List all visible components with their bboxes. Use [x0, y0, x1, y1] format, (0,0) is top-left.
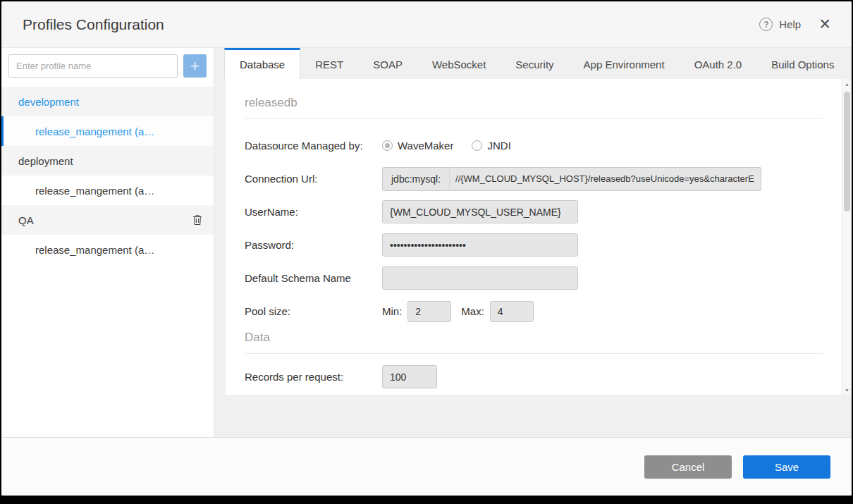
- section-title-releasedb: releasedb: [245, 79, 823, 119]
- scroll-up-button[interactable]: ▲: [842, 79, 852, 89]
- profiles-sidebar: + developmentrelease_mangement (a…deploy…: [1, 48, 214, 437]
- password-input[interactable]: [382, 233, 578, 257]
- radio-jndi[interactable]: JNDI: [472, 140, 510, 152]
- scroll-thumb[interactable]: [844, 92, 850, 211]
- add-profile-button[interactable]: +: [183, 54, 207, 78]
- password-label: Password:: [245, 239, 382, 251]
- profile-item-label: QA: [18, 214, 34, 226]
- connection-url-input[interactable]: [450, 167, 761, 191]
- pool-min-input[interactable]: [407, 301, 451, 322]
- cancel-button[interactable]: Cancel: [644, 455, 732, 479]
- profile-item-development[interactable]: development: [1, 87, 214, 116]
- pool-size-controls: Min: Max:: [382, 301, 534, 322]
- tab-security[interactable]: Security: [501, 48, 568, 79]
- profile-item-label: development: [18, 96, 79, 108]
- scroll-down-button[interactable]: ▼: [842, 385, 852, 395]
- pool-max-input[interactable]: [490, 301, 534, 322]
- radio-icon-wavemaker: [382, 140, 393, 151]
- main-content: DatabaseRESTSOAPWebSocketSecurityApp Env…: [214, 48, 852, 437]
- connection-url-row: Connection Url: jdbc:mysql:: [245, 162, 823, 195]
- schema-row: Default Schema Name: [245, 262, 823, 295]
- pool-min-label: Min:: [382, 305, 402, 317]
- profile-search-row: +: [1, 48, 214, 87]
- trash-icon[interactable]: [192, 214, 202, 226]
- connection-url-label: Connection Url:: [245, 173, 382, 185]
- records-per-request-input[interactable]: [382, 365, 437, 388]
- profile-item-release-mangement-a[interactable]: release_mangement (a…: [1, 176, 214, 205]
- profiles-configuration-dialog: Profiles Configuration ? Help × + develo…: [1, 1, 852, 496]
- tab-app-environment[interactable]: App Environment: [569, 48, 680, 79]
- help-button[interactable]: ? Help: [759, 18, 801, 31]
- username-row: UserName:: [245, 195, 823, 228]
- tab-database[interactable]: Database: [224, 48, 300, 79]
- connection-url-prefix: jdbc:mysql:: [382, 167, 450, 191]
- radio-icon-jndi: [472, 140, 482, 151]
- tab-websocket[interactable]: WebSocket: [417, 48, 501, 79]
- profile-item-deployment[interactable]: deployment: [1, 146, 214, 176]
- datasource-radio-group: WaveMaker JNDI: [382, 140, 511, 152]
- datasource-row: Datasource Managed by: WaveMaker JNDI: [245, 129, 823, 162]
- tab-bar: DatabaseRESTSOAPWebSocketSecurityApp Env…: [214, 48, 852, 79]
- profile-item-label: release_mangement (a…: [35, 125, 154, 137]
- header-actions: ? Help ×: [759, 15, 830, 34]
- profile-list: developmentrelease_mangement (a…deployme…: [1, 87, 214, 264]
- dialog-header: Profiles Configuration ? Help ×: [1, 1, 852, 48]
- profile-name-input[interactable]: [8, 54, 178, 78]
- database-panel: releasedb Datasource Managed by: WaveMak…: [226, 79, 842, 395]
- profile-item-qa[interactable]: QA: [1, 205, 214, 235]
- datasource-label: Datasource Managed by:: [245, 140, 382, 152]
- profile-item-label: release_mangement (a…: [35, 185, 154, 197]
- profile-item-release-mangement-a[interactable]: release_mangement (a…: [1, 116, 214, 146]
- save-button[interactable]: Save: [743, 455, 830, 479]
- schema-input[interactable]: [382, 266, 578, 290]
- pool-size-label: Pool size:: [245, 305, 382, 317]
- tab-rest[interactable]: REST: [300, 48, 358, 79]
- username-label: UserName:: [245, 206, 382, 218]
- password-row: Password:: [245, 228, 823, 262]
- username-input[interactable]: [382, 200, 578, 223]
- panel-wrap: releasedb Datasource Managed by: WaveMak…: [214, 79, 852, 395]
- tab-oauth-2-0[interactable]: OAuth 2.0: [680, 48, 757, 79]
- close-icon[interactable]: ×: [819, 15, 830, 34]
- profile-item-label: release_mangement (a…: [35, 244, 154, 256]
- dialog-body: + developmentrelease_mangement (a…deploy…: [1, 48, 852, 437]
- radio-label-jndi: JNDI: [487, 140, 510, 152]
- tab-soap[interactable]: SOAP: [358, 48, 417, 79]
- pool-size-row: Pool size: Min: Max:: [245, 295, 823, 328]
- profile-item-label: deployment: [18, 155, 73, 167]
- tab-build-options[interactable]: Build Options: [756, 48, 849, 79]
- help-label: Help: [779, 18, 801, 30]
- profile-item-release-mangement-a[interactable]: release_mangement (a…: [1, 235, 214, 264]
- pool-max-label: Max:: [461, 305, 484, 317]
- help-icon: ?: [759, 18, 773, 31]
- scroll-track[interactable]: [842, 89, 852, 385]
- connection-url-group: jdbc:mysql:: [382, 167, 761, 191]
- dialog-footer: Cancel Save: [1, 437, 852, 496]
- radio-wavemaker[interactable]: WaveMaker: [382, 140, 453, 152]
- records-per-request-label: Records per request:: [245, 371, 382, 383]
- section-title-data: Data: [245, 328, 823, 354]
- records-per-request-row: Records per request:: [245, 360, 823, 393]
- scrollbar[interactable]: ▲ ▼: [842, 79, 852, 395]
- radio-label-wavemaker: WaveMaker: [398, 140, 453, 152]
- schema-label: Default Schema Name: [245, 272, 382, 284]
- page-title: Profiles Configuration: [23, 16, 164, 33]
